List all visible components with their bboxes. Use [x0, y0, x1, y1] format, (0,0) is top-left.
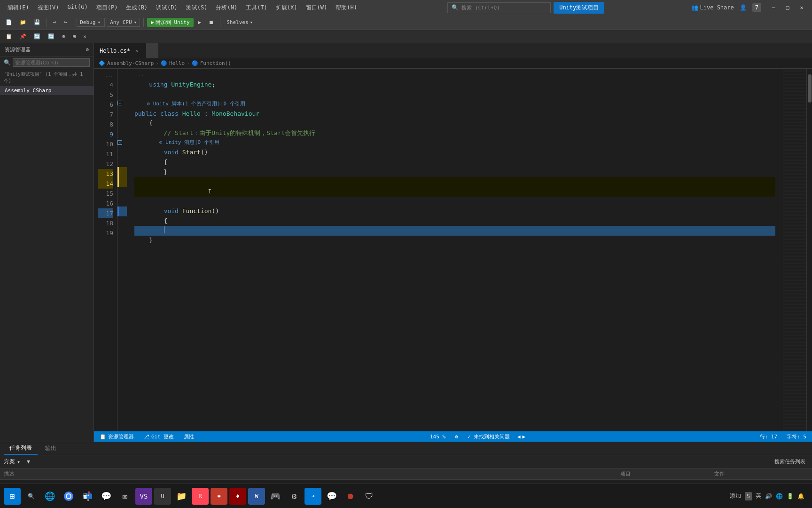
minimize-button[interactable]: — — [767, 1, 780, 14]
bottom-tab-output[interactable]: 输出 — [39, 443, 62, 454]
collapse-icon-10[interactable]: - — [117, 140, 122, 145]
status-properties[interactable]: 属性 — [182, 433, 196, 440]
taskbar-search[interactable]: 🔍 — [23, 488, 39, 505]
close-button[interactable]: ✕ — [795, 1, 808, 14]
taskbar-unity[interactable]: U — [154, 488, 171, 505]
status-char[interactable]: 字符: 5 — [785, 433, 808, 440]
task-filter-dropdown[interactable]: 方案 ▾ — [4, 458, 20, 466]
taskbar-explorer[interactable]: 🌐 — [41, 488, 58, 505]
taskbar-battery-icon[interactable]: 🔋 — [787, 493, 794, 500]
taskbar-folder[interactable]: 📁 — [173, 488, 190, 505]
menu-tools[interactable]: 工具(T) — [242, 2, 271, 14]
taskbar-163[interactable]: 📬 — [79, 488, 96, 505]
user-icon[interactable]: 👤 — [740, 4, 747, 11]
toolbar2-close[interactable]: ✕ — [80, 32, 89, 41]
taskbar-add[interactable]: 添加 — [730, 492, 741, 500]
refresh-button[interactable]: 🔄 — [31, 32, 43, 41]
taskbar-record[interactable]: ⏺ — [342, 488, 359, 505]
live-share-button[interactable]: 👥 Live Share — [691, 4, 734, 11]
taskbar-speaker-icon[interactable]: 🔊 — [765, 493, 772, 500]
tab-close-hello[interactable]: ✕ — [133, 47, 141, 55]
menu-edit[interactable]: 编辑(E) — [4, 2, 33, 14]
menu-view[interactable]: 视图(V) — [34, 2, 63, 14]
status-explorer[interactable]: 📋 资源管理器 — [98, 433, 136, 440]
menu-build[interactable]: 生成(B) — [122, 2, 151, 14]
new-file-button[interactable]: 📄 — [3, 18, 15, 27]
taskbar-red[interactable]: ❤ — [211, 488, 227, 505]
menu-analyze[interactable]: 分析(N) — [212, 2, 241, 14]
breadcrumb-method[interactable]: Function() — [200, 60, 231, 66]
taskbar-chrome[interactable] — [60, 488, 77, 505]
status-line[interactable]: 行: 17 — [758, 433, 780, 440]
menu-test[interactable]: 测试(S) — [182, 2, 211, 14]
toolbar2-expand[interactable]: ⊞ — [70, 32, 79, 41]
task-filter-icon[interactable]: ▼ — [24, 457, 33, 466]
taskbar-shield[interactable]: 🛡 — [361, 488, 378, 505]
menu-git[interactable]: Git(G) — [63, 2, 91, 14]
toolbar2-more[interactable]: ⚙ — [59, 32, 68, 41]
taskbar-start[interactable]: ⊞ — [4, 488, 21, 505]
menu-extensions[interactable]: 扩展(X) — [272, 2, 301, 14]
status-zoom[interactable]: 145 % — [428, 434, 447, 440]
pin-button[interactable]: 📌 — [17, 32, 29, 41]
vertical-scrollbar[interactable] — [806, 69, 812, 431]
left-arrow-icon[interactable]: ◀ — [517, 434, 521, 440]
menu-debug[interactable]: 调试(D) — [152, 2, 181, 14]
status-ok[interactable]: ✓ 未找到相关问题 — [466, 433, 512, 440]
taskbar-vs[interactable]: VS — [135, 488, 152, 505]
minimap[interactable] — [783, 69, 806, 431]
toolbar-separator-1 — [47, 18, 47, 27]
status-settings-icon[interactable]: ⚙ — [453, 434, 460, 440]
right-arrow-icon[interactable]: ▶ — [523, 434, 526, 440]
undo-button[interactable]: ↩ — [50, 18, 59, 27]
solution-explorer-icon[interactable]: 📋 — [3, 32, 15, 41]
sidebar-search-input[interactable] — [13, 58, 90, 67]
taskbar-wechat[interactable]: 💬 — [98, 488, 115, 505]
sync-button[interactable]: 🔄 — [45, 32, 57, 41]
shelves-button[interactable]: Shelves ▾ — [224, 18, 256, 27]
sidebar-options-icon[interactable]: ⚙ — [86, 47, 89, 53]
menu-project[interactable]: 项目(P) — [93, 2, 122, 14]
status-git[interactable]: ⎇ Git 更改 — [141, 433, 176, 440]
sidebar-item-assembly[interactable]: Assembly-CSharp — [0, 86, 94, 95]
gutter-17 — [117, 206, 127, 216]
code-editor[interactable]: ... 4 5 6 7 8 9 10 11 12 13 14 15 16 — [94, 69, 812, 431]
run-attach-button[interactable]: ▶ 附加到 Unity — [147, 18, 193, 27]
tab-hello-cs[interactable]: Hello.cs* ✕ — [94, 43, 147, 58]
taskbar-rider[interactable]: R — [192, 488, 209, 505]
search-tasks-label[interactable]: 搜索任务列表 — [772, 457, 808, 467]
gutter-8 — [117, 118, 127, 127]
taskbar-word[interactable]: W — [248, 488, 265, 505]
open-button[interactable]: 📁 — [17, 18, 29, 27]
code-area[interactable]: ... using UnityEngine; ⊙ Unity 脚本(1 个资产引… — [127, 69, 783, 431]
breadcrumb-assembly[interactable]: Assembly-CSharp — [107, 60, 154, 66]
menu-help[interactable]: 帮助(H) — [332, 2, 361, 14]
taskbar-lang[interactable]: 英 — [756, 492, 761, 500]
taskbar-settings[interactable]: ⚙ — [286, 488, 303, 505]
breadcrumb-class[interactable]: Hello — [169, 60, 185, 66]
config-dropdown[interactable]: Debug ▾ — [77, 18, 105, 27]
collapse-icon-6[interactable]: - — [117, 101, 122, 105]
taskbar-ime[interactable]: S — [745, 492, 752, 500]
global-search-box[interactable]: 🔍 搜索 (Ctrl+Q) — [447, 2, 551, 13]
run-button[interactable]: ▶ — [195, 18, 204, 27]
scrollbar-thumb[interactable] — [808, 74, 812, 103]
taskbar-vs-red[interactable]: ♦ — [229, 488, 246, 505]
taskbar-chat[interactable]: 💬 — [323, 488, 340, 505]
redo-button[interactable]: ↪ — [61, 18, 70, 27]
taskbar-game[interactable]: 🎮 — [267, 488, 284, 505]
ln-5: 5 — [98, 90, 113, 100]
taskbar-notification-icon[interactable]: 🔔 — [797, 493, 804, 500]
taskbar-network-icon[interactable]: 🌐 — [776, 493, 783, 500]
status-properties-label: 属性 — [184, 433, 194, 440]
save-button[interactable]: 💾 — [31, 18, 43, 27]
maximize-button[interactable]: □ — [781, 1, 794, 14]
bottom-tab-tasks[interactable]: 任务列表 — [4, 442, 38, 455]
stop-button[interactable]: ⏹ — [206, 18, 217, 27]
menu-window[interactable]: 窗口(W) — [302, 2, 331, 14]
platform-dropdown[interactable]: Any CPU ▾ — [107, 18, 140, 27]
taskbar-mail[interactable]: ✉ — [117, 488, 133, 505]
taskbar-terminal[interactable]: ➜ — [304, 488, 321, 505]
code-line-7: { — [134, 119, 775, 128]
project-name-button[interactable]: Unity测试项目 — [554, 2, 604, 14]
